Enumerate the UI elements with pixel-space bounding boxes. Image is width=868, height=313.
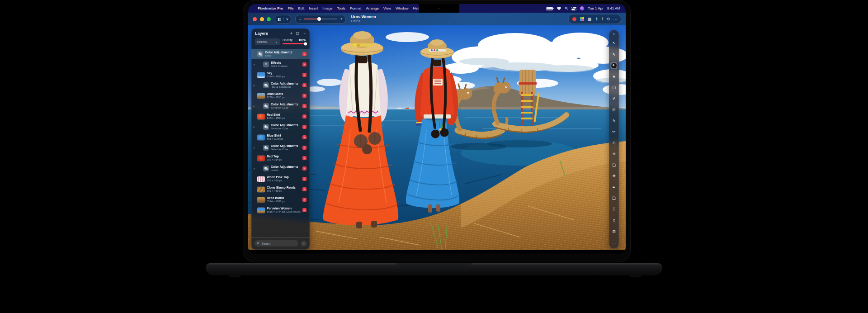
battery-icon[interactable] bbox=[546, 7, 553, 10]
layer-visibility-checkbox[interactable]: ✓ bbox=[302, 83, 307, 87]
select-tool[interactable]: ▢ bbox=[610, 84, 618, 91]
layer-visibility-checkbox[interactable]: ✓ bbox=[302, 208, 307, 212]
zoom-knob[interactable] bbox=[317, 17, 321, 21]
layer-detail: Hue & Saturation bbox=[271, 85, 301, 89]
opacity-slider[interactable] bbox=[283, 43, 306, 44]
layer-row[interactable]: White Pink Top 992 × 926 px ✓ bbox=[251, 174, 310, 184]
blend-mode-select[interactable]: Normal ∨ bbox=[255, 38, 280, 45]
panel-more-icon[interactable]: ⋯ bbox=[302, 32, 306, 35]
shape-tool[interactable]: ❑ bbox=[610, 195, 618, 202]
menu-item-image[interactable]: Image bbox=[322, 6, 332, 10]
layer-visibility-checkbox[interactable]: ✓ bbox=[302, 166, 307, 171]
quick-select-tool[interactable]: ✐ bbox=[610, 95, 618, 102]
sparkle-brush-tool[interactable]: ✳ bbox=[610, 151, 618, 158]
zoom-out-icon[interactable]: − bbox=[299, 17, 301, 21]
paint-tool[interactable]: ✏ bbox=[610, 128, 618, 136]
layer-visibility-checkbox[interactable]: ✓ bbox=[302, 135, 307, 139]
opacity-control: Opacity 100% bbox=[283, 38, 306, 44]
layer-row[interactable]: Sky 5314 × 1656 px ✓ bbox=[251, 70, 310, 80]
document-title-group[interactable]: Uros Women Edited bbox=[351, 15, 376, 23]
layer-filter-button[interactable]: ≡ bbox=[301, 241, 307, 247]
layer-row[interactable]: ✓ Color Adjustments Selective Color ✓ bbox=[251, 122, 310, 132]
layer-row[interactable]: Color Adjustments Basic ✓ bbox=[251, 49, 310, 59]
retouch-tool[interactable]: ✚ bbox=[610, 173, 618, 180]
smart-select-tool[interactable]: ◎ bbox=[610, 106, 618, 114]
layer-visibility-checkbox[interactable]: ✓ bbox=[302, 114, 307, 119]
color-swatches-icon[interactable] bbox=[580, 17, 584, 21]
layer-visibility-checkbox[interactable]: ✓ bbox=[302, 125, 307, 129]
layer-visibility-checkbox[interactable]: ✓ bbox=[302, 177, 307, 181]
close-button[interactable] bbox=[253, 17, 257, 21]
effects-tool[interactable]: ★ bbox=[610, 73, 618, 80]
text-tool[interactable]: T bbox=[610, 206, 618, 213]
layer-row[interactable]: ✓ Color Adjustments Hue & Saturation ✓ bbox=[251, 80, 310, 90]
menu-bar-date[interactable]: Tue 1 Apr bbox=[588, 6, 603, 10]
history-icon[interactable]: ⟲ bbox=[606, 17, 609, 21]
layer-visibility-checkbox[interactable]: ✓ bbox=[302, 146, 307, 150]
layer-row[interactable]: Uros Boats 1729 × 1106 px ✓ bbox=[251, 90, 310, 101]
soft-brush-tool[interactable]: ⊙ bbox=[610, 139, 618, 147]
record-color-icon[interactable] bbox=[572, 17, 576, 21]
chevron-down-icon[interactable]: ∨ bbox=[286, 17, 289, 21]
macbook-base bbox=[206, 263, 662, 275]
search-icon[interactable]: ⚲ bbox=[564, 6, 569, 10]
new-group-icon[interactable]: ▢ bbox=[296, 32, 299, 35]
more-tools[interactable]: ⋯ bbox=[610, 239, 618, 247]
menu-item-view[interactable]: View bbox=[383, 6, 391, 10]
menu-item-file[interactable]: File bbox=[288, 6, 293, 10]
add-layer-icon[interactable]: + bbox=[290, 32, 293, 35]
zoom-in-icon[interactable]: + bbox=[340, 17, 342, 21]
arrange-tool[interactable]: ⇖ bbox=[610, 51, 618, 58]
clone-tool[interactable]: ❏ bbox=[610, 161, 618, 169]
control-center-icon[interactable] bbox=[571, 7, 576, 10]
adjust-tool[interactable] bbox=[610, 62, 618, 69]
layer-row[interactable]: ✓ Color Adjustments Selective Color ✓ bbox=[251, 101, 310, 111]
layer-visibility-checkbox[interactable]: ✓ bbox=[302, 52, 307, 56]
zoom-track[interactable] bbox=[304, 19, 337, 20]
fullscreen-button[interactable] bbox=[267, 17, 271, 21]
crop-tool[interactable]: ⊞ bbox=[610, 228, 618, 235]
minimize-button[interactable] bbox=[260, 17, 264, 21]
layer-visibility-checkbox[interactable]: ✓ bbox=[302, 94, 307, 98]
layer-visibility-checkbox[interactable]: ✓ bbox=[302, 156, 307, 160]
zoom-tool[interactable]: ⚲ bbox=[610, 217, 618, 224]
layer-row[interactable]: Red Top 703 × 914 px ✓ bbox=[251, 153, 310, 163]
pen-tool[interactable]: ✒ bbox=[610, 184, 618, 191]
layer-visibility-checkbox[interactable]: ✓ bbox=[302, 73, 307, 77]
zoom-slider[interactable]: − + bbox=[295, 15, 346, 24]
draw-tool[interactable]: ✎ bbox=[610, 117, 618, 124]
export-icon[interactable]: ↥ bbox=[595, 17, 598, 21]
layer-row[interactable]: Clone Stamp Reeds 662 × 449 px ✓ bbox=[251, 184, 310, 194]
opacity-knob[interactable] bbox=[304, 42, 307, 45]
layer-visibility-checkbox[interactable]: ✓ bbox=[302, 104, 307, 108]
traffic-lights bbox=[253, 17, 271, 21]
layer-row[interactable]: ✓ Color Adjustments Selective Color ✓ bbox=[251, 142, 310, 153]
canvas[interactable]: Layers + ▢ ⋯ Normal ∨ Opacity 100% bbox=[248, 25, 626, 250]
layer-search-field[interactable]: ⚲ Search bbox=[255, 240, 298, 247]
move-tool[interactable]: ↖ bbox=[610, 40, 618, 47]
layer-row[interactable]: Blue Skirt 861 × 1148 px ✓ bbox=[251, 132, 310, 142]
info-icon[interactable]: i bbox=[602, 17, 603, 21]
layer-thumbnail bbox=[257, 156, 265, 161]
menu-item-tools[interactable]: Tools bbox=[337, 6, 345, 10]
menu-item-arrange[interactable]: Arrange bbox=[366, 6, 378, 10]
wifi-icon[interactable] bbox=[557, 7, 561, 10]
layer-row[interactable]: ✓ Color Adjustments Levels ✓ bbox=[251, 163, 310, 174]
rail-scroll-up-icon[interactable]: ∧ bbox=[610, 32, 618, 36]
sidebar-toggle-button[interactable]: ◧ ∨ bbox=[275, 15, 291, 24]
layer-row[interactable]: Red Skirt 1484 × 1504 px ✓ bbox=[251, 111, 310, 122]
menu-item-app[interactable]: Pixelmator Pro bbox=[258, 6, 283, 10]
more-icon[interactable]: ⋯ bbox=[613, 17, 618, 21]
layer-visibility-checkbox[interactable]: ✓ bbox=[302, 187, 307, 191]
menu-item-edit[interactable]: Edit bbox=[298, 6, 304, 10]
menu-item-insert[interactable]: Insert bbox=[309, 6, 318, 10]
layer-row[interactable]: Reed Island 5314 × 1631 px ✓ bbox=[251, 194, 310, 205]
siri-icon[interactable] bbox=[580, 6, 584, 10]
menu-item-format[interactable]: Format bbox=[350, 6, 361, 10]
layer-visibility-checkbox[interactable]: ✓ bbox=[302, 62, 307, 66]
layer-row[interactable]: Peruvian Women 5616 × 3744 px, Color Adj… bbox=[251, 205, 310, 215]
layer-row[interactable]: ✓ ✳ Effects Color Controls ✓ bbox=[251, 59, 310, 70]
layer-visibility-checkbox[interactable]: ✓ bbox=[302, 198, 307, 202]
pattern-grid-icon[interactable]: ▦ bbox=[588, 17, 591, 21]
menu-item-window[interactable]: Window bbox=[396, 6, 408, 10]
